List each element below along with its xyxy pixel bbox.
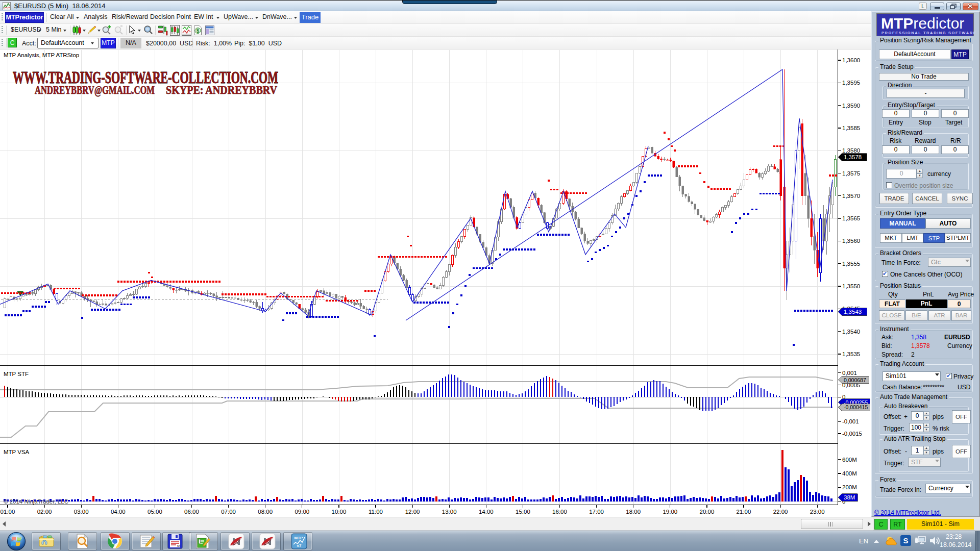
svg-text:MTP: MTP — [295, 536, 304, 540]
svg-text:MTP STF: MTP STF — [4, 371, 29, 377]
svg-text:15:00: 15:00 — [516, 509, 530, 515]
svg-text:05:00: 05:00 — [148, 509, 162, 515]
svg-text:© 2014 NinjaTrader, LLC: © 2014 NinjaTrader, LLC — [4, 498, 68, 505]
svg-text:ANDREYBBRV@GMAIL.COM: ANDREYBBRV@GMAIL.COM — [35, 83, 155, 97]
svg-text:19:00: 19:00 — [663, 509, 677, 515]
svg-text:04:00: 04:00 — [111, 509, 126, 515]
svg-text:14:00: 14:00 — [479, 509, 494, 515]
svg-text:03:00: 03:00 — [74, 509, 89, 515]
svg-text:02:00: 02:00 — [37, 509, 52, 515]
svg-text:MTP VSA: MTP VSA — [4, 449, 30, 455]
svg-text:16:00: 16:00 — [552, 509, 567, 515]
svg-text:12:00: 12:00 — [405, 509, 420, 515]
svg-text:06:00: 06:00 — [184, 509, 199, 515]
svg-text:20:00: 20:00 — [700, 509, 715, 515]
svg-text:23:00: 23:00 — [810, 509, 825, 515]
svg-text:01:00: 01:00 — [1, 509, 15, 515]
svg-text:17:00: 17:00 — [589, 509, 604, 515]
svg-text:SKYPE: ANDREYBBRV: SKYPE: ANDREYBBRV — [166, 83, 278, 96]
svg-text:v7: v7 — [297, 543, 302, 548]
svg-text:11:00: 11:00 — [369, 509, 383, 515]
svg-text:64: 64 — [177, 544, 181, 547]
svg-text:07:00: 07:00 — [221, 509, 236, 515]
svg-text:10:00: 10:00 — [332, 509, 347, 515]
svg-text:$: $ — [197, 28, 200, 34]
svg-text:21:00: 21:00 — [737, 509, 751, 515]
svg-text:08:00: 08:00 — [258, 509, 273, 515]
svg-text:18:00: 18:00 — [626, 509, 641, 515]
svg-text:13:00: 13:00 — [442, 509, 457, 515]
svg-text:MTP Analysis, MTP ATRStop: MTP Analysis, MTP ATRStop — [4, 52, 79, 58]
svg-text:22:00: 22:00 — [773, 509, 788, 515]
svg-text:09:00: 09:00 — [295, 509, 309, 515]
svg-text:S: S — [903, 536, 908, 545]
